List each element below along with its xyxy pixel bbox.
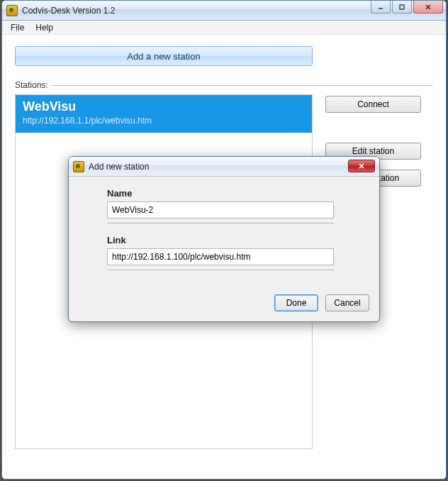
add-station-button[interactable]: Add a new station bbox=[15, 46, 313, 66]
menubar: File Help bbox=[2, 21, 446, 35]
connect-button[interactable]: Connect bbox=[325, 96, 421, 113]
cancel-button[interactable]: Cancel bbox=[325, 294, 369, 311]
done-button[interactable]: Done bbox=[274, 294, 318, 311]
divider bbox=[107, 223, 334, 223]
maximize-button[interactable] bbox=[392, 1, 412, 13]
app-icon bbox=[6, 5, 18, 16]
dialog-app-icon bbox=[73, 161, 84, 172]
station-item[interactable]: WebVisu http://192.168.1.1/plc/webvisu.h… bbox=[16, 95, 312, 133]
link-input[interactable] bbox=[107, 248, 334, 265]
close-button[interactable] bbox=[413, 1, 443, 13]
window-title: Codvis-Desk Version 1.2 bbox=[22, 6, 115, 16]
dialog-title: Add new station bbox=[89, 162, 149, 172]
divider bbox=[107, 270, 334, 270]
add-station-dialog: Add new station Name Link Done Cancel bbox=[68, 156, 380, 322]
menu-file[interactable]: File bbox=[5, 21, 30, 34]
name-input[interactable] bbox=[107, 201, 334, 219]
svg-rect-1 bbox=[400, 5, 404, 9]
menu-help[interactable]: Help bbox=[30, 21, 59, 34]
dialog-titlebar[interactable]: Add new station bbox=[69, 157, 379, 177]
stations-label: Stations: bbox=[15, 80, 48, 90]
station-name: WebVisu bbox=[23, 99, 305, 114]
titlebar[interactable]: Codvis-Desk Version 1.2 bbox=[2, 1, 446, 21]
dialog-close-button[interactable] bbox=[348, 160, 375, 172]
divider bbox=[52, 85, 433, 86]
name-label: Name bbox=[107, 188, 359, 199]
stations-header: Stations: bbox=[15, 80, 433, 90]
link-label: Link bbox=[107, 235, 359, 245]
station-url: http://192.168.1.1/plc/webvisu.htm bbox=[23, 116, 305, 126]
minimize-button[interactable] bbox=[371, 1, 391, 13]
add-station-label: Add a new station bbox=[127, 51, 200, 62]
